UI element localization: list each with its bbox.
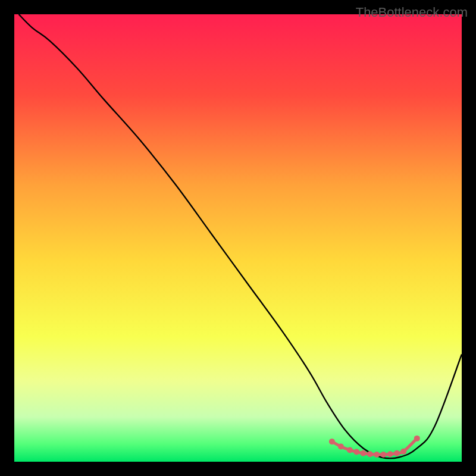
marker-point: [361, 450, 367, 456]
marker-point: [380, 452, 386, 458]
marker-point: [394, 450, 400, 456]
marker-point: [338, 443, 344, 449]
chart-svg: [14, 14, 462, 462]
marker-point: [414, 436, 420, 441]
gradient-background: [14, 14, 462, 462]
marker-point: [367, 451, 373, 457]
watermark-text: TheBottleneck.com: [356, 5, 468, 20]
marker-point: [329, 439, 335, 444]
marker-point: [347, 447, 353, 453]
marker-point: [374, 452, 380, 458]
marker-point: [387, 451, 393, 457]
marker-point: [353, 449, 359, 455]
chart-plot-area: [14, 14, 462, 462]
marker-point: [400, 449, 406, 455]
